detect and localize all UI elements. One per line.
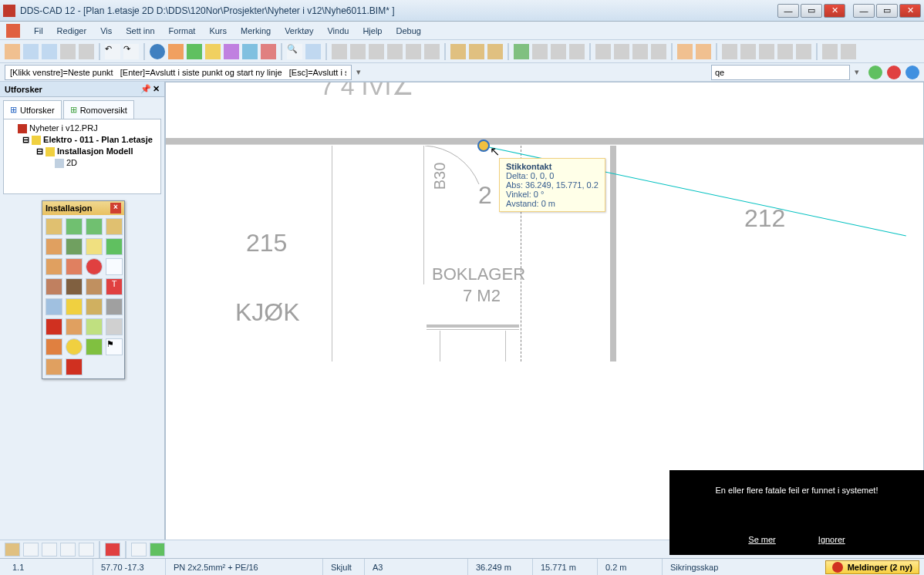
bt-8[interactable]	[150, 543, 165, 557]
tab-romoversikt[interactable]: ⊞Romoversikt	[63, 100, 134, 119]
tool-l2[interactable]	[841, 44, 856, 59]
ok-icon[interactable]	[868, 66, 882, 79]
restore-button[interactable]: ▭	[801, 4, 822, 18]
pal-btn-25[interactable]	[46, 338, 62, 355]
tool-j1[interactable]	[677, 44, 693, 59]
pal-btn-27[interactable]	[86, 338, 103, 355]
pal-btn-8[interactable]	[106, 238, 123, 255]
pal-btn-24[interactable]	[106, 318, 123, 335]
tool-redo[interactable]: ↷	[123, 44, 139, 59]
pal-btn-21[interactable]	[46, 318, 62, 335]
tool-i4[interactable]	[651, 44, 666, 59]
tree-2d[interactable]: 2D	[7, 157, 157, 169]
menu-format[interactable]: Format	[163, 25, 202, 37]
tool-e[interactable]	[242, 44, 258, 59]
tool-h4[interactable]	[569, 44, 585, 59]
pal-btn-2[interactable]	[66, 218, 83, 235]
tool-k3[interactable]	[759, 44, 774, 59]
search-dropdown-icon[interactable]: ▾	[855, 67, 864, 77]
bt-7[interactable]	[131, 543, 147, 557]
bt-5[interactable]	[79, 543, 94, 557]
palette-close-icon[interactable]: ×	[110, 203, 121, 214]
tool-g6[interactable]	[424, 44, 440, 59]
tree-project[interactable]: Nyheter i v12.PRJ	[7, 123, 157, 134]
cancel-icon[interactable]	[887, 66, 901, 79]
tool-f[interactable]	[261, 44, 276, 59]
pal-btn-6[interactable]	[66, 238, 83, 255]
tool-k1[interactable]	[722, 44, 737, 59]
project-tree[interactable]: Nyheter i v12.PRJ ⊟ Elektro - 011 - Plan…	[3, 119, 161, 194]
menu-settinn[interactable]: Sett inn	[120, 25, 160, 37]
tool-j2[interactable]	[696, 44, 711, 59]
pal-btn-20[interactable]	[106, 298, 123, 315]
pal-btn-23[interactable]	[86, 318, 103, 335]
tab-utforsker[interactable]: ⊞Utforsker	[3, 100, 62, 119]
minimize-button[interactable]: —	[777, 4, 799, 18]
tool-k5[interactable]	[796, 44, 811, 59]
pal-btn-15[interactable]	[86, 278, 103, 295]
tool-g1[interactable]	[332, 44, 347, 59]
menu-verktoy[interactable]: Verktøy	[278, 25, 319, 37]
child-restore-button[interactable]: ▭	[876, 4, 898, 18]
pal-btn-22[interactable]	[66, 318, 83, 335]
pal-btn-29[interactable]	[46, 358, 62, 375]
toast-ignore-link[interactable]: Ignorer	[818, 535, 845, 544]
tool-k4[interactable]	[777, 44, 793, 59]
menu-merking[interactable]: Merking	[234, 25, 277, 37]
pal-btn-26[interactable]	[66, 338, 83, 355]
menu-debug[interactable]: Debug	[389, 25, 427, 37]
menu-vindu[interactable]: Vindu	[321, 25, 355, 37]
tool-snap3[interactable]	[487, 44, 503, 59]
pal-btn-10[interactable]	[66, 258, 83, 275]
toast-more-link[interactable]: Se mer	[748, 535, 775, 544]
bt-4[interactable]	[60, 543, 76, 557]
child-minimize-button[interactable]: —	[853, 4, 875, 18]
tree-installasjon[interactable]: ⊟ Installasjon Modell	[7, 146, 157, 157]
tool-new[interactable]	[5, 44, 20, 59]
tool-h2[interactable]	[532, 44, 548, 59]
pal-btn-9[interactable]	[46, 258, 62, 275]
pal-btn-4[interactable]	[106, 218, 123, 235]
tool-snap1[interactable]	[450, 44, 466, 59]
dropdown-icon[interactable]: ▾	[356, 67, 366, 77]
bt-6[interactable]	[105, 543, 120, 557]
tool-snap2[interactable]	[469, 44, 484, 59]
command-search[interactable]	[711, 65, 850, 80]
tool-undo[interactable]: ↶	[105, 44, 120, 59]
tool-open[interactable]	[23, 44, 39, 59]
pal-btn-30[interactable]	[66, 358, 83, 375]
menu-fil[interactable]: Fil	[28, 25, 49, 37]
menu-hjelp[interactable]: Hjelp	[356, 25, 388, 37]
pal-btn-12[interactable]	[106, 258, 123, 275]
tool-i2[interactable]	[614, 44, 629, 59]
pal-btn-3[interactable]	[86, 218, 103, 235]
tool-i3[interactable]	[632, 44, 648, 59]
tool-c[interactable]	[205, 44, 221, 59]
installasjon-palette[interactable]: Installasjon × T ⚑	[42, 200, 125, 379]
tool-pdf[interactable]	[79, 44, 94, 59]
tool-i1[interactable]	[595, 44, 611, 59]
pal-btn-7[interactable]	[86, 238, 103, 255]
tool-b[interactable]	[187, 44, 202, 59]
pal-btn-11[interactable]	[86, 258, 103, 275]
menu-kurs[interactable]: Kurs	[203, 25, 233, 37]
bt-2[interactable]	[23, 543, 39, 557]
tool-g4[interactable]	[387, 44, 403, 59]
pal-btn-1[interactable]	[46, 218, 62, 235]
menu-vis[interactable]: Vis	[94, 25, 118, 37]
pal-btn-14[interactable]	[66, 278, 83, 295]
tool-g5[interactable]	[406, 44, 421, 59]
pal-btn-28[interactable]: ⚑	[106, 338, 123, 355]
tool-a[interactable]	[168, 44, 184, 59]
pal-btn-5[interactable]	[46, 238, 62, 255]
pal-btn-13[interactable]	[46, 278, 62, 295]
close-button[interactable]: ✕	[824, 4, 845, 18]
tool-k2[interactable]	[740, 44, 756, 59]
messages-badge[interactable]: Meldinger (2 ny)	[825, 560, 919, 574]
tool-h3[interactable]	[551, 44, 566, 59]
help-icon[interactable]	[905, 66, 919, 79]
command-input[interactable]	[5, 65, 352, 80]
tool-g3[interactable]	[369, 44, 384, 59]
tool-save[interactable]	[42, 44, 57, 59]
tool-g2[interactable]	[350, 44, 366, 59]
